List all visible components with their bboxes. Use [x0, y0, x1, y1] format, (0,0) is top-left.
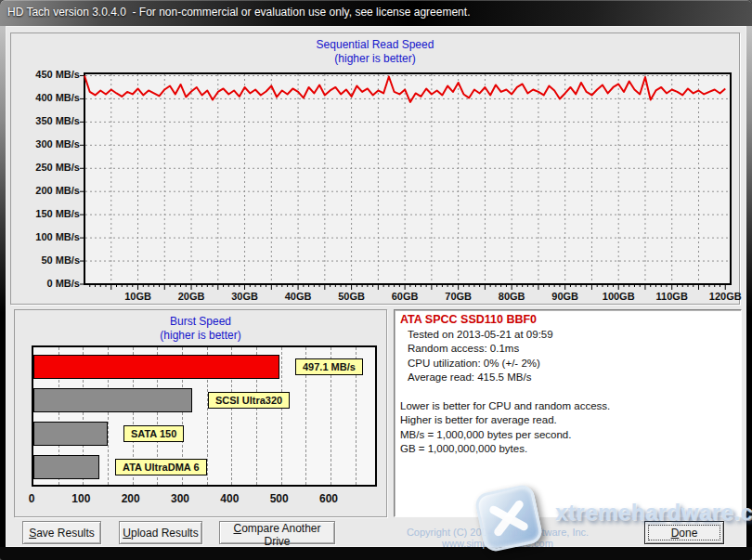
cpu-utilization-line: CPU utilization: 0% (+/- 2%): [400, 357, 735, 371]
x-tick-label: 70GB: [437, 291, 480, 302]
bar-label: SCSI Ultra320: [208, 392, 290, 409]
x-tick-label: 40GB: [277, 291, 319, 302]
burst-bar: [33, 455, 99, 479]
burst-bar: [33, 355, 279, 379]
hdtach-window: HD Tach version 3.0.4.0 - For non-commer…: [0, 0, 752, 560]
burst-chart-subtitle: (higher is better): [15, 329, 386, 342]
info-spacer: [400, 385, 735, 399]
sequential-read-plot: [77, 72, 733, 297]
note-line: MB/s = 1,000,000 bytes per second.: [400, 428, 735, 443]
burst-bar: [33, 388, 192, 412]
client-area: Sequential Read Speed (higher is better)…: [6, 26, 746, 547]
copyright-text: Copyright (C) 2004 Simpli Software, Inc.…: [351, 527, 644, 549]
y-tick-label: 0 MB/s: [11, 278, 80, 289]
sequential-chart-subtitle: (higher is better): [11, 52, 739, 65]
y-tick-label: 250 MB/s: [11, 162, 80, 173]
y-tick-label: 50 MB/s: [11, 254, 80, 266]
x-tick-label: 60GB: [383, 291, 426, 302]
bar-label: SATA 150: [123, 425, 184, 442]
x-tick-label: 50GB: [331, 291, 373, 302]
done-button[interactable]: Done: [644, 521, 724, 544]
burst-tick-label: 300: [162, 492, 199, 505]
save-results-button[interactable]: Save Results: [22, 521, 101, 544]
sequential-read-panel: Sequential Read Speed (higher is better)…: [10, 33, 740, 305]
x-tick-label: 80GB: [490, 291, 533, 302]
burst-chart-area: 497.1 MB/sSCSI Ultra320SATA 150ATA Ultra…: [32, 345, 377, 487]
window-titlebar[interactable]: HD Tach version 3.0.4.0 - For non-commer…: [0, 0, 752, 26]
burst-bar: [33, 422, 108, 446]
burst-tick-label: 600: [310, 492, 347, 505]
y-tick-label: 350 MB/s: [11, 115, 80, 126]
y-tick-label: 150 MB/s: [11, 208, 80, 219]
bar-label: 497.1 MB/s: [295, 358, 363, 375]
burst-tick-label: 500: [261, 492, 298, 505]
burst-chart-title: Burst Speed: [15, 315, 386, 328]
note-line: GB = 1,000,000,000 bytes.: [400, 442, 735, 457]
burst-tick-label: 100: [62, 492, 99, 505]
burst-tick-label: 400: [211, 492, 248, 505]
note-line: Lower is better for CPU and random acces…: [400, 399, 735, 414]
drive-info-panel: ATA SPCC SSD110 BBF0 Tested on 2013-05-2…: [394, 309, 742, 517]
x-tick-label: 90GB: [544, 291, 587, 302]
tested-on-line: Tested on 2013-05-21 at 09:59: [400, 328, 735, 343]
burst-tick-label: 0: [13, 492, 50, 505]
random-access-line: Random access: 0.1ms: [400, 342, 735, 357]
burst-speed-panel: Burst Speed (higher is better) 497.1 MB/…: [14, 309, 387, 517]
bar-label: ATA UltraDMA 6: [115, 459, 207, 475]
x-tick-label: 100GB: [597, 291, 640, 302]
burst-tick-label: 200: [112, 492, 149, 505]
x-tick-label: 30GB: [224, 291, 266, 302]
x-tick-label: 20GB: [170, 291, 213, 302]
compare-another-drive-button[interactable]: Compare Another Drive: [219, 521, 335, 544]
window-title: HD Tach version 3.0.4.0 - For non-commer…: [0, 6, 470, 19]
drive-name: ATA SPCC SSD110 BBF0: [400, 313, 735, 328]
x-tick-label: 110GB: [651, 291, 694, 302]
y-tick-label: 300 MB/s: [11, 138, 80, 150]
x-tick-label: 10GB: [117, 291, 160, 302]
window-frame-right: [746, 26, 752, 547]
y-tick-label: 450 MB/s: [11, 69, 80, 80]
gridline: [281, 347, 282, 485]
y-tick-label: 100 MB/s: [11, 231, 80, 242]
y-tick-label: 200 MB/s: [11, 185, 80, 196]
sequential-chart-title: Sequential Read Speed: [11, 38, 739, 51]
upload-results-button[interactable]: Upload Results: [119, 521, 202, 544]
note-line: Higher is better for average read.: [400, 413, 735, 428]
average-read-line: Average read: 415.5 MB/s: [400, 371, 735, 385]
x-tick-label: 120GB: [704, 291, 746, 302]
y-tick-label: 400 MB/s: [11, 92, 80, 103]
